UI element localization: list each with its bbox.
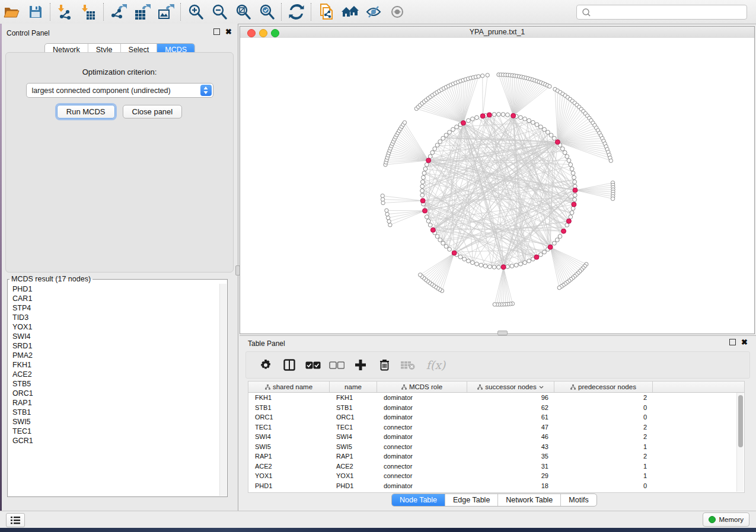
mcds-hub-node[interactable] [573, 188, 578, 193]
hide-selected-button[interactable] [362, 2, 385, 22]
node[interactable] [558, 235, 562, 239]
node[interactable] [510, 264, 514, 268]
mcds-result-item[interactable]: SWI4 [12, 332, 220, 341]
zoom-selected-button[interactable] [255, 2, 279, 22]
mcds-result-item[interactable]: STB5 [12, 379, 220, 389]
column-header-MCDS-role[interactable]: MCDS role [377, 382, 467, 392]
mcds-result-item[interactable]: PMA2 [12, 351, 220, 360]
node[interactable] [573, 180, 577, 184]
node[interactable] [420, 193, 425, 197]
table-row[interactable]: FKH1FKH1dominator962 [248, 393, 744, 403]
node[interactable] [420, 184, 425, 188]
add-column-button[interactable] [353, 357, 368, 373]
node[interactable] [426, 219, 430, 223]
export-image-button[interactable] [154, 2, 178, 22]
leaf-node[interactable] [481, 74, 484, 78]
node[interactable] [479, 263, 483, 267]
table-row[interactable]: ACE2ACE2connector311 [248, 462, 744, 472]
mcds-result-item[interactable]: TID3 [12, 313, 220, 322]
node[interactable] [535, 123, 539, 127]
node[interactable] [497, 265, 501, 270]
horizontal-splitter-handle[interactable] [497, 331, 508, 335]
leaf-node[interactable] [381, 201, 385, 204]
mcds-hub-node[interactable] [452, 251, 457, 255]
node[interactable] [470, 117, 474, 121]
import-table-button[interactable] [77, 2, 101, 22]
leaf-node[interactable] [381, 194, 384, 197]
table-settings-button[interactable] [258, 357, 273, 373]
close-panel-button[interactable]: Close panel [123, 105, 183, 118]
node[interactable] [422, 171, 426, 175]
mcds-result-item[interactable]: RAP1 [12, 398, 220, 408]
leaf-node[interactable] [486, 73, 489, 77]
node[interactable] [448, 130, 452, 134]
node[interactable] [420, 180, 425, 184]
duplicate-network-button[interactable] [314, 2, 338, 22]
network-canvas[interactable] [240, 38, 754, 334]
run-mcds-button[interactable]: Run MCDS [57, 105, 115, 118]
node[interactable] [549, 133, 553, 137]
node[interactable] [531, 120, 535, 124]
node[interactable] [492, 113, 496, 117]
node[interactable] [506, 265, 510, 269]
table-row[interactable]: SWI5SWI5connector431 [248, 442, 744, 452]
mcds-hub-node[interactable] [430, 227, 435, 232]
node[interactable] [523, 117, 527, 121]
leaf-node[interactable] [418, 273, 422, 277]
mcds-hub-node[interactable] [548, 245, 553, 249]
select-all-button[interactable] [305, 357, 321, 373]
node[interactable] [567, 159, 571, 163]
node[interactable] [569, 162, 573, 166]
column-header-name[interactable]: name [330, 382, 377, 392]
node[interactable] [441, 241, 445, 245]
first-neighbors-button[interactable] [338, 2, 362, 22]
node[interactable] [467, 118, 471, 123]
search-field[interactable] [576, 5, 747, 20]
node[interactable] [538, 125, 543, 129]
node[interactable] [565, 155, 569, 159]
column-header-shared-name[interactable]: shared name [248, 382, 330, 392]
node[interactable] [428, 223, 432, 227]
table-row[interactable]: TEC1TEC1connector472 [248, 422, 744, 432]
tab-edge-table[interactable]: Edge Table [445, 494, 497, 506]
node[interactable] [569, 215, 573, 219]
node[interactable] [422, 175, 426, 180]
table-row[interactable]: RAP1RAP1dominator352 [248, 451, 744, 462]
mcds-result-item[interactable]: TEC1 [12, 427, 220, 436]
leaf-node[interactable] [403, 121, 406, 124]
function-builder-button[interactable]: f(x) [424, 357, 448, 373]
node[interactable] [448, 247, 452, 251]
close-panel-icon[interactable]: ✖ [225, 29, 232, 35]
deselect-all-button[interactable] [329, 357, 344, 373]
leaf-node[interactable] [385, 209, 388, 212]
node[interactable] [497, 113, 501, 117]
show-columns-button[interactable] [282, 357, 297, 373]
delete-table-button[interactable] [400, 357, 416, 373]
node[interactable] [488, 265, 492, 269]
leaf-node[interactable] [381, 197, 384, 201]
mcds-hub-node[interactable] [566, 219, 571, 223]
table-row[interactable]: YOX1YOX1connector291 [248, 471, 744, 481]
mcds-hub-node[interactable] [423, 209, 428, 213]
refresh-layout-button[interactable] [285, 2, 308, 22]
leaf-node[interactable] [609, 159, 613, 162]
table-scrollbar-thumb[interactable] [738, 395, 743, 447]
mcds-hub-node[interactable] [501, 265, 506, 270]
result-list-scrollbar[interactable] [219, 284, 227, 496]
open-file-button[interactable] [0, 2, 24, 22]
node[interactable] [435, 235, 439, 239]
table-scrollbar[interactable] [736, 393, 744, 492]
node[interactable] [527, 259, 531, 263]
node[interactable] [552, 136, 556, 140]
mcds-result-item[interactable]: SWI5 [12, 417, 220, 427]
table-row[interactable]: STB1STB1dominator620 [248, 403, 744, 413]
mcds-result-item[interactable]: STP4 [12, 303, 220, 313]
node[interactable] [483, 264, 487, 268]
mcds-hub-node[interactable] [555, 140, 560, 145]
node[interactable] [573, 193, 577, 197]
node[interactable] [523, 261, 527, 265]
node[interactable] [451, 127, 455, 132]
node[interactable] [501, 113, 505, 117]
tab-motifs[interactable]: Motifs [560, 494, 596, 506]
mcds-result-item[interactable]: GCR1 [12, 436, 220, 446]
